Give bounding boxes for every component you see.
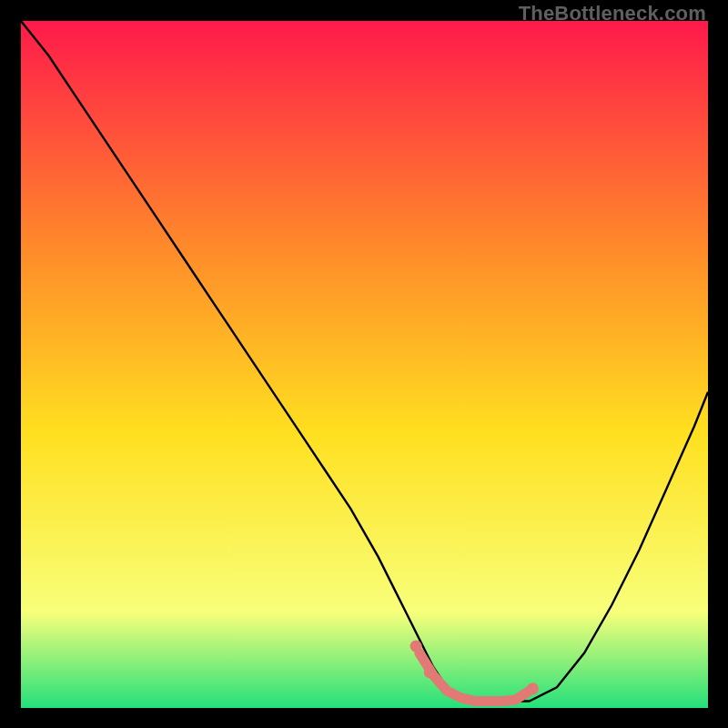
optimal-marker-dot bbox=[410, 641, 422, 652]
gradient-background bbox=[21, 21, 708, 708]
optimal-marker-dot bbox=[424, 666, 436, 678]
plot-area bbox=[21, 21, 708, 708]
optimal-marker-dot bbox=[527, 682, 539, 694]
bottleneck-chart bbox=[21, 21, 708, 708]
chart-stage: TheBottleneck.com bbox=[0, 0, 728, 728]
